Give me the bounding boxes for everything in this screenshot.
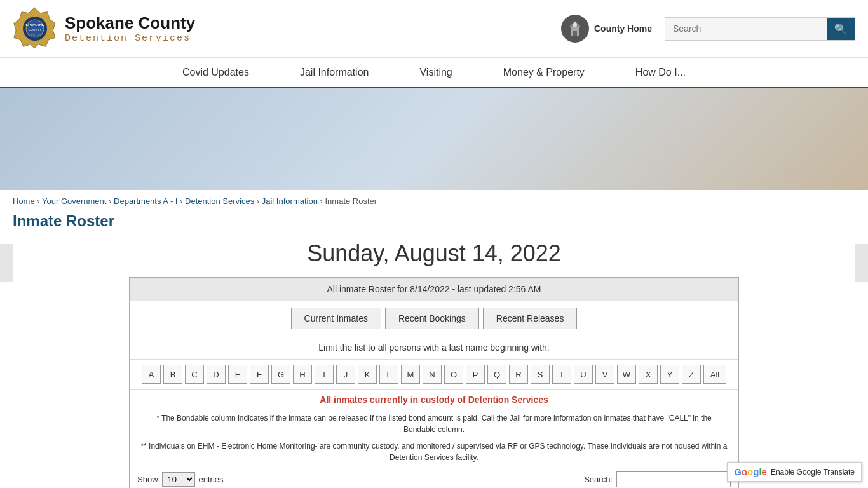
alpha-Q[interactable]: Q: [487, 365, 506, 384]
svg-text:SPOKANE: SPOKANE: [25, 23, 44, 27]
footnote-1: * The Bondable column indicates if the i…: [130, 410, 738, 438]
county-home-link[interactable]: County Home: [561, 15, 652, 43]
search-bar: 🔍: [665, 17, 855, 41]
alpha-K[interactable]: K: [358, 365, 377, 384]
alpha-I[interactable]: I: [315, 365, 334, 384]
alpha-filter: A B C D E F G H I J K L M N O P Q R S T …: [130, 360, 738, 390]
date-heading: Sunday, August 14, 2022: [13, 240, 855, 267]
roster-container: All inmate Roster for 8/14/2022 - last u…: [129, 277, 739, 488]
custody-notice: All inmates currently in custody of Dete…: [130, 390, 738, 410]
svg-text:DIRECTOR: DIRECTOR: [29, 33, 42, 36]
site-name: Spokane County: [65, 13, 195, 33]
nav-money-property[interactable]: Money & Property: [478, 58, 610, 87]
alpha-F[interactable]: F: [250, 365, 269, 384]
alpha-All[interactable]: All: [703, 365, 726, 384]
entries-select[interactable]: 10 25 50 100: [162, 472, 195, 487]
alpha-T[interactable]: T: [552, 365, 571, 384]
search-input[interactable]: [665, 18, 827, 39]
logo-area: SPOKANE COUNTY DIRECTOR Spokane County D…: [13, 6, 195, 51]
nav-jail-information[interactable]: Jail Information: [275, 58, 395, 87]
alpha-J[interactable]: J: [336, 365, 355, 384]
alpha-L[interactable]: L: [379, 365, 398, 384]
entries-label: entries: [199, 475, 224, 484]
svg-rect-8: [573, 31, 577, 36]
breadcrumb-home[interactable]: Home: [13, 196, 35, 206]
county-home-label: County Home: [594, 24, 652, 34]
alpha-X[interactable]: X: [639, 365, 658, 384]
alpha-R[interactable]: R: [509, 365, 528, 384]
nav-how-do-i[interactable]: How Do I...: [610, 58, 711, 87]
alpha-B[interactable]: B: [163, 365, 182, 384]
breadcrumb-your-government[interactable]: Your Government: [42, 196, 106, 206]
page-title: Inmate Roster: [13, 212, 855, 230]
alpha-S[interactable]: S: [531, 365, 550, 384]
table-search: Search:: [584, 471, 731, 487]
header: SPOKANE COUNTY DIRECTOR Spokane County D…: [0, 0, 868, 58]
alpha-Y[interactable]: Y: [660, 365, 679, 384]
search-button[interactable]: 🔍: [827, 18, 855, 40]
site-subtitle: Detention Services: [65, 33, 195, 44]
svg-text:COUNTY: COUNTY: [28, 28, 42, 32]
alpha-Z[interactable]: Z: [682, 365, 701, 384]
alpha-W[interactable]: W: [617, 365, 636, 384]
translate-widget[interactable]: Google Enable Google Translate: [727, 462, 862, 482]
breadcrumb: Home › Your Government › Departments A -…: [0, 190, 868, 212]
site-title: Spokane County Detention Services: [65, 13, 195, 44]
county-badge-icon: SPOKANE COUNTY DIRECTOR: [13, 6, 57, 51]
translate-label: Enable Google Translate: [771, 468, 855, 477]
alpha-C[interactable]: C: [185, 365, 204, 384]
breadcrumb-jail-information[interactable]: Jail Information: [262, 196, 318, 206]
scroll-left-indicator: [0, 244, 13, 282]
header-right: County Home 🔍: [561, 15, 855, 43]
hero-banner: [0, 88, 868, 190]
alpha-V[interactable]: V: [595, 365, 614, 384]
filter-label: Limit the list to all persons with a las…: [130, 336, 738, 360]
alpha-M[interactable]: M: [401, 365, 420, 384]
main-nav: Covid Updates Jail Information Visiting …: [0, 58, 868, 88]
breadcrumb-detention-services[interactable]: Detention Services: [185, 196, 254, 206]
breadcrumb-current: Inmate Roster: [325, 196, 377, 206]
tab-recent-releases[interactable]: Recent Releases: [483, 308, 578, 329]
show-entries: Show 10 25 50 100 entries: [137, 472, 224, 487]
alpha-P[interactable]: P: [466, 365, 485, 384]
scroll-right-indicator: [855, 244, 868, 282]
main-content: Inmate Roster Sunday, August 14, 2022 Al…: [0, 212, 868, 488]
svg-point-10: [573, 22, 577, 27]
search-label: Search:: [584, 475, 613, 484]
roster-tabs: Current Inmates Recent Bookings Recent R…: [130, 301, 738, 336]
alpha-D[interactable]: D: [207, 365, 226, 384]
tab-current-inmates[interactable]: Current Inmates: [291, 308, 381, 329]
roster-header: All inmate Roster for 8/14/2022 - last u…: [130, 278, 738, 301]
alpha-E[interactable]: E: [228, 365, 247, 384]
table-search-input[interactable]: [616, 471, 731, 487]
nav-visiting[interactable]: Visiting: [394, 58, 477, 87]
google-g-icon: Google: [734, 466, 767, 477]
alpha-U[interactable]: U: [574, 365, 593, 384]
alpha-G[interactable]: G: [271, 365, 290, 384]
alpha-H[interactable]: H: [293, 365, 312, 384]
table-controls: Show 10 25 50 100 entries Search:: [130, 466, 738, 488]
alpha-O[interactable]: O: [444, 365, 463, 384]
show-label: Show: [137, 475, 158, 484]
tab-recent-bookings[interactable]: Recent Bookings: [385, 308, 479, 329]
breadcrumb-departments[interactable]: Departments A - I: [114, 196, 177, 206]
nav-covid-updates[interactable]: Covid Updates: [157, 58, 275, 87]
building-icon: [566, 20, 584, 37]
alpha-N[interactable]: N: [423, 365, 442, 384]
alpha-A[interactable]: A: [142, 365, 161, 384]
footnote-2: ** Individuals on EHM - Electronic Home …: [130, 438, 738, 466]
county-home-icon: [561, 15, 589, 43]
